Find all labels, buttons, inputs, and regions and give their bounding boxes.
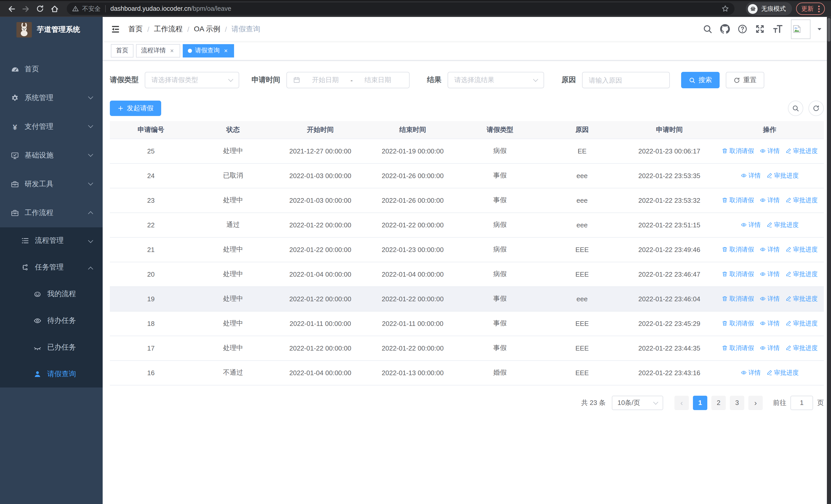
bookmark-star-icon[interactable] <box>721 5 729 13</box>
cell-reason: eee <box>541 188 623 212</box>
detail-link[interactable]: 详情 <box>741 171 761 180</box>
col-reason: 原因 <box>541 121 623 139</box>
font-size-icon[interactable] <box>773 24 783 34</box>
approval-progress-link[interactable]: 审批进度 <box>785 196 818 205</box>
cancel-leave-link[interactable]: 取消请假 <box>722 344 754 352</box>
github-icon[interactable] <box>720 24 730 34</box>
refresh-table-button[interactable] <box>808 100 824 116</box>
app-logo-row[interactable]: 芋道管理系统 <box>0 17 103 42</box>
sidebar-item-workflow[interactable]: 工作流程 <box>0 199 103 227</box>
browser-reload-button[interactable] <box>35 4 45 14</box>
avatar[interactable] <box>791 19 810 39</box>
browser-back-button[interactable] <box>6 4 17 14</box>
prev-page-button[interactable]: ‹ <box>675 395 689 410</box>
sidebar-item-system[interactable]: 系统管理 <box>0 84 103 112</box>
cancel-leave-link[interactable]: 取消请假 <box>722 245 754 254</box>
result-select[interactable]: 请选择流结果 <box>448 72 544 88</box>
detail-link[interactable]: 详情 <box>760 344 780 352</box>
page-button-1[interactable]: 1 <box>693 395 707 410</box>
cell-end-time: 2022-01-13 00:00:00 <box>367 360 459 385</box>
page-button-3[interactable]: 3 <box>730 395 744 410</box>
pen-icon <box>766 173 773 179</box>
cell-actions: 取消请假 详情 审批进度 <box>716 237 824 262</box>
end-date-placeholder[interactable]: 结束日期 <box>365 76 391 85</box>
page-size-select[interactable]: 10条/页 <box>612 395 663 410</box>
browser-home-button[interactable] <box>49 4 60 14</box>
cell-status: 处理中 <box>192 336 274 360</box>
sidebar-item-my-process[interactable]: 我的流程 <box>0 281 103 307</box>
tab-home[interactable]: 首页 <box>111 44 134 57</box>
cancel-leave-link[interactable]: 取消请假 <box>722 294 754 303</box>
sidebar-collapse-icon[interactable] <box>111 24 120 34</box>
browser-menu-icon[interactable] <box>818 5 820 12</box>
chevron-down-icon <box>88 94 93 99</box>
approval-progress-link[interactable]: 审批进度 <box>766 171 799 180</box>
approval-progress-link[interactable]: 审批进度 <box>785 147 818 155</box>
sidebar-item-home[interactable]: 首页 <box>0 55 103 84</box>
approval-progress-link[interactable]: 审批进度 <box>785 294 818 303</box>
reason-label: 原因 <box>562 76 576 85</box>
sidebar-item-devtools[interactable]: 研发工具 <box>0 170 103 199</box>
approval-progress-link[interactable]: 审批进度 <box>766 220 799 229</box>
table-row: 25 处理中 2021-12-27 00:00:00 2022-01-19 00… <box>110 139 824 163</box>
detail-link[interactable]: 详情 <box>741 368 761 377</box>
cell-end-time: 2022-01-23 00:00:00 <box>367 237 459 262</box>
scrollbar-thumb[interactable] <box>827 18 830 41</box>
detail-link[interactable]: 详情 <box>760 319 780 328</box>
page-scrollbar[interactable] <box>827 17 831 504</box>
toggle-search-button[interactable] <box>788 100 803 116</box>
detail-link[interactable]: 详情 <box>760 196 780 205</box>
leave-type-select[interactable]: 请选择请假类型 <box>145 72 239 88</box>
detail-link[interactable]: 详情 <box>760 147 780 155</box>
cancel-leave-link[interactable]: 取消请假 <box>722 196 754 205</box>
search-button[interactable]: 搜索 <box>681 72 720 88</box>
help-icon[interactable] <box>738 24 747 34</box>
next-page-button[interactable]: › <box>748 395 763 410</box>
detail-link[interactable]: 详情 <box>760 245 780 254</box>
cell-start-time: 2022-01-04 00:00:00 <box>274 360 367 385</box>
sidebar-item-process-mgmt[interactable]: 流程管理 <box>0 227 103 254</box>
sidebar-item-infra[interactable]: 基础设施 <box>0 141 103 170</box>
avatar-caret-icon[interactable] <box>816 26 823 32</box>
sidebar-item-done-tasks[interactable]: 已办任务 <box>0 334 103 361</box>
create-leave-button[interactable]: 发起请假 <box>110 100 161 116</box>
sidebar-item-leave-query[interactable]: 请假查询 <box>0 361 103 387</box>
sidebar-item-payment[interactable]: ¥ 支付管理 <box>0 112 103 141</box>
browser-update-button[interactable]: 更新 <box>796 3 825 15</box>
col-actions: 操作 <box>716 121 824 139</box>
approval-progress-link[interactable]: 审批进度 <box>785 270 818 278</box>
approval-progress-link[interactable]: 审批进度 <box>785 245 818 254</box>
breadcrumb-oa-example[interactable]: OA 示例 <box>194 24 221 34</box>
cancel-leave-link[interactable]: 取消请假 <box>722 270 754 278</box>
detail-link[interactable]: 详情 <box>760 294 780 303</box>
apply-time-range-picker[interactable]: 开始日期 - 结束日期 <box>286 72 409 88</box>
reset-button[interactable]: 重置 <box>726 72 764 88</box>
refresh-icon <box>812 105 820 112</box>
browser-forward-button[interactable] <box>21 4 31 14</box>
fullscreen-icon[interactable] <box>755 24 765 34</box>
tab-process-detail[interactable]: 流程详情 × <box>136 44 180 57</box>
sidebar-item-task-mgmt[interactable]: 任务管理 <box>0 254 103 281</box>
active-tab-dot <box>188 49 192 53</box>
address-bar[interactable]: 不安全 dashboard.yudao.iocoder.cn/bpm/oa/le… <box>67 3 735 15</box>
start-date-placeholder[interactable]: 开始日期 <box>312 76 339 85</box>
approval-progress-link[interactable]: 审批进度 <box>785 344 818 352</box>
approval-progress-link[interactable]: 审批进度 <box>785 319 818 328</box>
reason-input[interactable] <box>582 72 669 88</box>
breadcrumb-home[interactable]: 首页 <box>128 24 143 34</box>
cancel-leave-link[interactable]: 取消请假 <box>722 147 754 155</box>
header-search-icon[interactable] <box>703 24 712 34</box>
page-button-2[interactable]: 2 <box>711 395 726 410</box>
tab-close-icon[interactable]: × <box>169 47 175 54</box>
tab-close-icon[interactable]: × <box>223 47 229 54</box>
approval-progress-link[interactable]: 审批进度 <box>766 368 799 377</box>
top-navbar: 首页 / 工作流程 / OA 示例 / 请假查询 <box>103 17 831 41</box>
sidebar-item-todo-tasks[interactable]: 待办任务 <box>0 307 103 334</box>
breadcrumb-workflow[interactable]: 工作流程 <box>154 24 183 34</box>
detail-link[interactable]: 详情 <box>741 220 761 229</box>
goto-page-input[interactable] <box>791 395 813 410</box>
cell-apply-id: 17 <box>110 336 192 360</box>
cancel-leave-link[interactable]: 取消请假 <box>722 319 754 328</box>
tab-leave-query[interactable]: 请假查询 × <box>183 44 234 57</box>
detail-link[interactable]: 详情 <box>760 270 780 278</box>
